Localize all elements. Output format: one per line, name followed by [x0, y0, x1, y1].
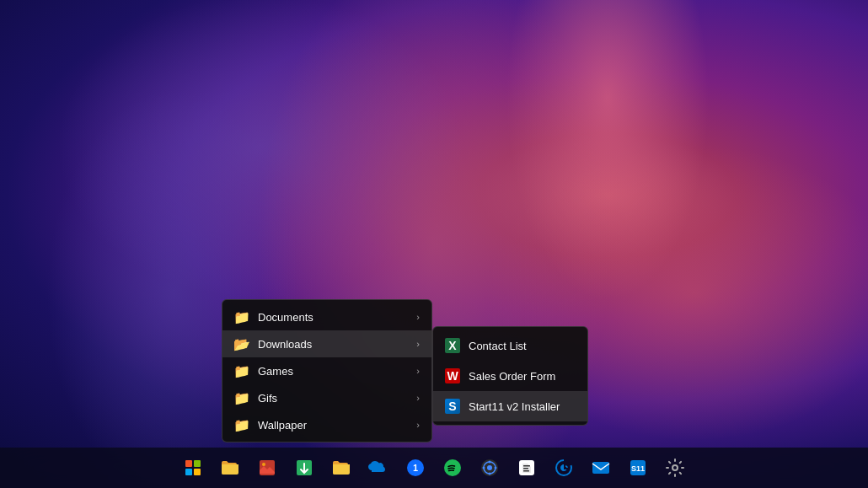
menu-item-wallpaper-label: Wallpaper: [258, 419, 307, 432]
submenu-item-sales-order-form-label: Sales Order Form: [469, 370, 555, 383]
taskbar-spotify[interactable]: [436, 451, 469, 485]
chevron-right-icon: ›: [416, 312, 420, 322]
taskbar-settings[interactable]: [658, 451, 692, 485]
submenu-item-start11-installer-label: Start11 v2 Installer: [469, 400, 560, 413]
svg-rect-17: [592, 462, 609, 474]
svg-rect-16: [523, 470, 529, 472]
menu-item-gifs[interactable]: 📁 Gifs ›: [222, 384, 431, 411]
taskbar-file-explorer[interactable]: [213, 451, 247, 485]
svg-point-11: [483, 467, 485, 469]
menu-item-documents-label: Documents: [258, 311, 313, 324]
folder-icon: 📁: [234, 391, 249, 405]
submenu-item-contact-list[interactable]: X Contact List: [433, 330, 587, 361]
svg-point-8: [487, 465, 492, 470]
taskbar-notion[interactable]: [510, 451, 544, 485]
taskbar-start-button[interactable]: [176, 451, 210, 485]
svg-point-9: [489, 461, 491, 464]
menu-item-gifs-label: Gifs: [258, 392, 277, 405]
svg-point-1: [262, 463, 265, 466]
chevron-right-icon: ›: [416, 420, 420, 430]
taskbar-1password[interactable]: 1: [399, 451, 432, 485]
menu-item-games[interactable]: 📁 Games ›: [222, 357, 431, 384]
svg-rect-14: [523, 465, 530, 467]
submenu-downloads: X Contact List W Sales Order Form S Star…: [432, 326, 588, 426]
menu-item-downloads[interactable]: 📂 Downloads ›: [222, 330, 431, 357]
submenu-item-sales-order-form[interactable]: W Sales Order Form: [433, 361, 587, 391]
chevron-right-icon: ›: [416, 366, 420, 376]
svg-text:1: 1: [413, 463, 418, 473]
menu-item-wallpaper[interactable]: 📁 Wallpaper ›: [222, 411, 431, 438]
menu-item-documents[interactable]: 📁 Documents ›: [222, 303, 431, 330]
taskbar-edge[interactable]: [547, 451, 581, 485]
context-menu: 📁 Documents › 📂 Downloads › 📁 Games › 📁 …: [222, 299, 432, 442]
svg-text:S11: S11: [631, 464, 645, 473]
folder-icon: 📁: [234, 418, 249, 432]
folder-icon: 📁: [234, 310, 249, 324]
svg-rect-15: [523, 468, 528, 469]
excel-icon: X: [445, 338, 460, 353]
svg-point-20: [672, 465, 678, 470]
word-icon: W: [445, 368, 460, 383]
menu-item-downloads-label: Downloads: [258, 338, 312, 351]
taskbar-start11[interactable]: S11: [621, 451, 655, 485]
menu-item-games-label: Games: [258, 365, 293, 378]
svg-point-12: [495, 467, 497, 469]
chevron-right-icon: ›: [416, 393, 420, 403]
folder-icon: 📂: [234, 337, 249, 351]
taskbar-photos[interactable]: [250, 451, 284, 485]
taskbar-security[interactable]: [473, 451, 506, 485]
svg-point-10: [489, 473, 491, 475]
chevron-right-icon: ›: [416, 339, 420, 349]
start11-icon: S: [445, 399, 460, 414]
taskbar: 1: [0, 448, 868, 488]
taskbar-folder[interactable]: [324, 451, 358, 485]
taskbar-get[interactable]: [287, 451, 321, 485]
folder-icon: 📁: [234, 364, 249, 378]
taskbar-mail[interactable]: [584, 451, 618, 485]
taskbar-onedrive[interactable]: [362, 451, 395, 485]
submenu-item-contact-list-label: Contact List: [469, 340, 527, 352]
submenu-item-start11-installer[interactable]: S Start11 v2 Installer: [433, 391, 587, 421]
